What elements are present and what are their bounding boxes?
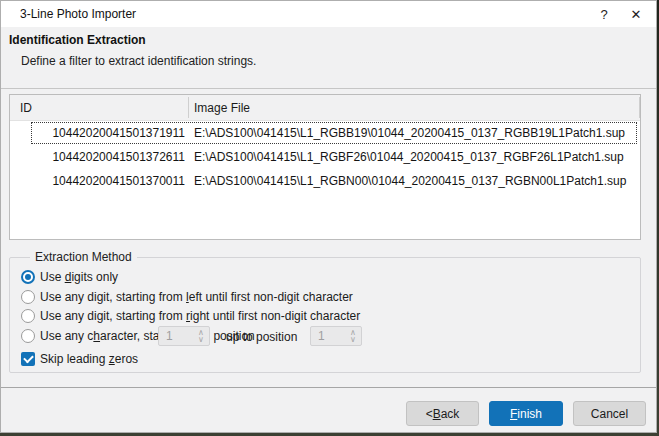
cancel-button[interactable]: Cancel xyxy=(573,401,646,426)
column-separator[interactable] xyxy=(188,97,189,118)
radio-from-right[interactable]: Use any digit, starting from right until… xyxy=(21,307,360,325)
window-title: 3-Line Photo Importer xyxy=(20,7,136,21)
checkbox-skip-leading-zeros[interactable]: Skip leading zeros xyxy=(21,350,138,368)
groupbox-label: Extraction Method xyxy=(30,250,137,264)
checkbox-icon[interactable] xyxy=(21,352,35,366)
cell-image-file[interactable]: E:\ADS100\041415\L1_RGBF26\01044_2020041… xyxy=(188,150,624,164)
cell-id[interactable]: 10442020041501372611 xyxy=(10,150,188,164)
table-row[interactable]: 10442020041501372611 E:\ADS100\041415\L1… xyxy=(10,145,640,169)
table-row[interactable]: 10442020041501370011 E:\ADS100\041415\L1… xyxy=(10,169,640,193)
photo-importer-dialog: 3-Line Photo Importer ? ✕ Identification… xyxy=(0,0,657,433)
radio-from-left[interactable]: Use any digit, starting from left until … xyxy=(21,288,353,306)
help-icon[interactable]: ? xyxy=(588,1,620,27)
back-button[interactable]: < Back xyxy=(406,401,479,426)
column-header-image-file[interactable]: Image File xyxy=(188,101,250,115)
page-title: Identification Extraction xyxy=(9,33,146,47)
position-from-spinner[interactable]: 1 ∧ ∨ xyxy=(158,326,210,346)
title-bar[interactable]: 3-Line Photo Importer ? ✕ xyxy=(1,1,656,27)
spinner-value[interactable]: 1 xyxy=(311,329,345,343)
cell-image-file[interactable]: E:\ADS100\041415\L1_RGBN00\01044_2020041… xyxy=(188,174,626,188)
radio-character-range[interactable]: Use any character, starting from positio… xyxy=(21,327,255,345)
spinner-arrows[interactable]: ∧ ∨ xyxy=(193,329,209,343)
column-header-id[interactable]: ID xyxy=(10,101,188,115)
up-to-position-label: up to position xyxy=(226,330,297,344)
header-separator xyxy=(1,88,656,89)
close-icon[interactable]: ✕ xyxy=(620,1,652,27)
table-row[interactable]: 10442020041501371911 E:\ADS100\041415\L1… xyxy=(10,121,640,145)
radio-icon[interactable] xyxy=(21,309,35,323)
spin-down-icon[interactable]: ∨ xyxy=(198,336,204,343)
cell-image-file[interactable]: E:\ADS100\041415\L1_RGBB19\01044_2020041… xyxy=(188,126,625,140)
radio-icon[interactable] xyxy=(21,290,35,304)
page-subtitle: Define a filter to extract identificatio… xyxy=(21,54,256,68)
spin-down-icon[interactable]: ∨ xyxy=(350,336,356,343)
table-header-row[interactable]: ID Image File xyxy=(10,95,640,121)
spinner-arrows[interactable]: ∧ ∨ xyxy=(345,329,361,343)
spinner-value[interactable]: 1 xyxy=(159,329,193,343)
button-separator xyxy=(1,387,656,388)
radio-use-digits-only[interactable]: Use digits only xyxy=(21,268,118,286)
cell-id[interactable]: 10442020041501370011 xyxy=(10,174,188,188)
column-separator[interactable] xyxy=(639,97,640,118)
finish-button[interactable]: Finish xyxy=(489,401,563,426)
radio-icon[interactable] xyxy=(21,270,35,284)
cell-id[interactable]: 10442020041501371911 xyxy=(10,126,188,140)
radio-icon[interactable] xyxy=(21,329,35,343)
position-to-spinner[interactable]: 1 ∧ ∨ xyxy=(310,326,362,346)
id-image-table[interactable]: ID Image File 10442020041501371911 E:\AD… xyxy=(9,94,641,240)
